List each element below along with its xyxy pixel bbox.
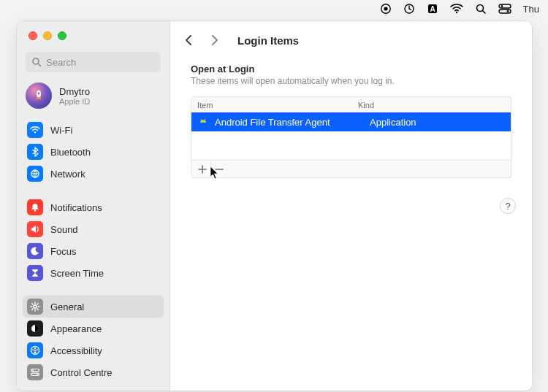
svg-point-1 — [384, 7, 387, 10]
table-header: Item Kind — [191, 96, 511, 112]
menu-control-centre-icon[interactable] — [498, 4, 511, 14]
sidebar-item-label: Wi-Fi — [50, 125, 72, 136]
svg-point-15 — [34, 131, 36, 133]
svg-line-7 — [482, 11, 485, 14]
rocket-icon — [31, 88, 47, 104]
sidebar-item-label: General — [50, 301, 84, 312]
svg-point-37 — [204, 121, 205, 122]
minimize-window-button[interactable] — [43, 31, 52, 40]
add-item-button[interactable] — [194, 161, 210, 177]
menu-wifi-icon[interactable] — [450, 4, 463, 14]
titlebar: Login Items — [170, 21, 532, 59]
table-footer — [191, 161, 511, 178]
menubar: A Thu — [0, 0, 548, 18]
row-item-kind: Application — [364, 117, 511, 128]
svg-line-13 — [38, 64, 41, 66]
bluetooth-icon — [27, 144, 43, 160]
sidebar-item-sound[interactable]: Sound — [23, 218, 164, 240]
sidebar-item-label: Notifications — [50, 202, 102, 213]
sidebar-item-appearance[interactable]: Appearance — [23, 318, 164, 339]
row-item-name: Android File Transfer Agent — [215, 117, 364, 128]
svg-point-31 — [32, 369, 34, 371]
sidebar-item-general[interactable]: General — [23, 296, 164, 318]
svg-line-34 — [201, 119, 202, 120]
page-title: Login Items — [237, 34, 299, 47]
switches-icon — [27, 364, 43, 380]
sidebar: Search Dmytro Apple ID Wi-FiBluetoothNet… — [17, 21, 170, 391]
sidebar-item-label: Focus — [50, 246, 76, 257]
window-controls — [17, 21, 170, 47]
zoom-window-button[interactable] — [58, 31, 66, 40]
sidebar-item-focus[interactable]: Focus — [23, 240, 164, 262]
content-pane: Login Items Open at Login These items wi… — [170, 21, 532, 391]
search-input[interactable]: Search — [26, 52, 161, 72]
sidebar-item-network[interactable]: Network — [23, 163, 164, 185]
gear-icon — [27, 299, 43, 315]
close-window-button[interactable] — [28, 31, 37, 40]
svg-text:A: A — [430, 5, 435, 13]
svg-point-29 — [34, 347, 36, 349]
sidebar-item-notifications[interactable]: Notifications — [23, 196, 164, 218]
svg-line-23 — [32, 304, 33, 304]
svg-point-33 — [37, 374, 38, 375]
bell-icon — [27, 199, 43, 215]
sidebar-item-label: Network — [50, 169, 85, 180]
settings-window: Search Dmytro Apple ID Wi-FiBluetoothNet… — [16, 20, 533, 391]
sidebar-item-bluetooth[interactable]: Bluetooth — [23, 141, 164, 163]
svg-rect-10 — [499, 9, 511, 13]
sidebar-item-label: Sound — [50, 224, 78, 235]
svg-line-25 — [37, 304, 38, 304]
sidebar-item-wifi[interactable]: Wi-Fi — [23, 119, 164, 141]
svg-point-14 — [38, 93, 40, 95]
svg-point-9 — [501, 5, 503, 7]
menu-record-icon[interactable] — [380, 3, 392, 15]
profile-name: Dmytro — [59, 86, 90, 97]
svg-line-35 — [205, 119, 205, 120]
moon-icon — [27, 243, 43, 259]
column-item[interactable]: Item — [191, 101, 352, 109]
menu-input-source-icon[interactable]: A — [427, 3, 438, 15]
sidebar-item-label: Control Centre — [50, 367, 113, 378]
android-icon — [197, 116, 209, 128]
svg-line-26 — [32, 309, 33, 310]
sidebar-item-label: Bluetooth — [50, 147, 91, 158]
menu-date[interactable]: Thu — [523, 4, 539, 15]
svg-point-17 — [34, 210, 37, 212]
accessibility-icon — [27, 342, 43, 358]
svg-point-5 — [455, 12, 457, 13]
section-title: Open at Login — [191, 64, 511, 74]
column-kind[interactable]: Kind — [352, 101, 511, 109]
sidebar-item-label: Appearance — [50, 323, 102, 334]
login-items-table: Item Kind Android File Transfer AgentApp… — [191, 96, 511, 178]
hourglass-icon — [27, 265, 43, 281]
search-placeholder: Search — [46, 57, 76, 68]
svg-point-36 — [202, 121, 202, 122]
svg-point-18 — [34, 305, 37, 308]
sidebar-item-label: Screen Time — [50, 268, 104, 279]
nav-forward-button[interactable] — [207, 32, 223, 48]
avatar — [26, 82, 52, 109]
menu-spotlight-icon[interactable] — [475, 3, 487, 15]
remove-item-button[interactable] — [210, 161, 227, 177]
svg-line-24 — [37, 309, 38, 310]
svg-point-11 — [506, 10, 509, 12]
search-icon — [31, 57, 42, 67]
wifi-icon — [27, 122, 43, 138]
sidebar-item-controlcentre[interactable]: Control Centre — [23, 361, 164, 383]
sidebar-item-label: Accessibility — [50, 345, 102, 356]
nav-back-button[interactable] — [180, 32, 197, 48]
menu-timemachine-icon[interactable] — [403, 3, 415, 15]
apple-id-row[interactable]: Dmytro Apple ID — [17, 75, 170, 119]
sidebar-item-accessibility[interactable]: Accessibility — [23, 339, 164, 361]
appearance-icon — [27, 320, 43, 337]
globe-icon — [27, 166, 43, 182]
help-button[interactable]: ? — [500, 198, 516, 214]
svg-rect-8 — [499, 4, 511, 8]
section-subtitle: These items will open automatically when… — [191, 76, 511, 86]
table-row[interactable]: Android File Transfer AgentApplication — [191, 112, 511, 131]
sidebar-item-screentime[interactable]: Screen Time — [23, 262, 164, 284]
profile-sub: Apple ID — [59, 97, 90, 106]
speaker-icon — [27, 221, 43, 237]
